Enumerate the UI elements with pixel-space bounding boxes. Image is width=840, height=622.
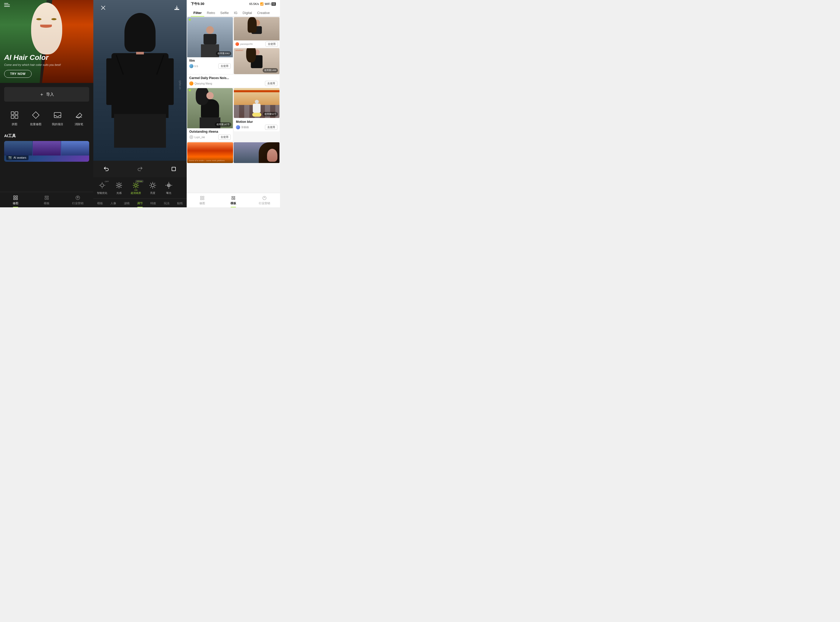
- film-use-button[interactable]: 去使用: [218, 64, 231, 69]
- film-author-name: b b: [194, 65, 198, 68]
- svg-point-15: [101, 184, 104, 187]
- hero-text-overlay: AI Hair Color Come and try which hair co…: [4, 53, 89, 78]
- film-author-row: b b 去使用: [189, 64, 231, 69]
- film-avatar: [189, 64, 193, 68]
- outstanding-avatar: [189, 135, 193, 139]
- svg-rect-1: [15, 112, 18, 114]
- svg-rect-52: [200, 196, 202, 198]
- undo-button[interactable]: [101, 164, 111, 174]
- p2-nav-adjust[interactable]: 调节: [133, 199, 147, 207]
- tool-light[interactable]: 光感: [111, 180, 127, 196]
- tool-exposure[interactable]: 曝光: [161, 180, 177, 196]
- motion-author: 张杨杨: [236, 125, 249, 129]
- p3-right-col-1: yaoxiopcrh5 去使用 MIMRAT.: [234, 17, 279, 74]
- p3-nav-template[interactable]: 模板: [218, 193, 249, 207]
- close-button[interactable]: [99, 3, 108, 12]
- p1-nav-edit[interactable]: 修图: [0, 192, 31, 207]
- tool-hd-label: 超清画质: [131, 191, 141, 195]
- status-icons: 65.5K/s 📶 WiFi 66: [249, 2, 276, 6]
- p2-nav-filter[interactable]: 滤镜: [120, 199, 133, 207]
- svg-line-25: [117, 183, 118, 184]
- tool-projects[interactable]: 我的项目: [52, 110, 63, 126]
- p1-nav-edit-indicator: [13, 207, 18, 207]
- film-thumb: 使用量2062: [187, 17, 233, 57]
- p2-nav-effect[interactable]: 特效: [147, 199, 160, 207]
- outstanding-dot: [189, 89, 191, 91]
- card-outstanding: 使用量147千 Outstanding #leena Luyn_nie 去使用: [187, 88, 233, 141]
- ai-banner-label: 📷 AI avatars: [6, 155, 29, 160]
- tool-batch-label: 批量修图: [30, 122, 41, 126]
- p2-header: [93, 0, 187, 15]
- import-button[interactable]: ＋ 导入: [4, 87, 89, 102]
- network-speed: 65.5K/s: [249, 2, 259, 5]
- p3-nav-edit[interactable]: 修图: [187, 193, 218, 207]
- motion-avatar: [236, 125, 240, 129]
- svg-point-29: [134, 184, 137, 186]
- svg-line-45: [150, 187, 151, 188]
- svg-rect-7: [14, 196, 15, 198]
- p3-nav-marketing[interactable]: 行业营销: [249, 193, 280, 207]
- svg-line-26: [121, 187, 121, 188]
- tool-smart-optimize[interactable]: OFF 智能优化: [93, 180, 111, 196]
- menu-button[interactable]: [4, 3, 10, 7]
- p1-nav-marketing[interactable]: 行业营销: [62, 192, 93, 207]
- svg-point-38: [151, 184, 154, 187]
- carmel-use-button[interactable]: 去使用: [265, 81, 277, 86]
- p2-nav-adjust-indicator: [137, 207, 143, 207]
- yaoxio-use-button[interactable]: 去使用: [266, 41, 278, 47]
- tool-batch[interactable]: 批量修图: [30, 110, 41, 126]
- p2-tools-scroll: OFF 智能优化 光感 ⊙Free ON 超清画质 亮: [93, 177, 187, 198]
- ai-images: [4, 141, 89, 156]
- p2-nav-filter-label: 滤镜: [124, 201, 130, 205]
- svg-rect-8: [16, 196, 18, 198]
- extra-thumb: [234, 142, 279, 163]
- tool-hd[interactable]: ⊙Free ON 超清画质: [127, 180, 145, 196]
- motion-use-button[interactable]: 去使用: [265, 125, 277, 130]
- sunset-text: Some of a smile— some mots pétillons.: [189, 159, 225, 162]
- svg-marker-4: [32, 112, 39, 119]
- tool-brightness[interactable]: 亮度: [145, 180, 161, 196]
- outstanding-usage: 使用量147千: [215, 122, 231, 127]
- p2-nav-portrait[interactable]: 人像: [107, 199, 120, 207]
- p1-nav-template[interactable]: 模板: [31, 192, 62, 207]
- p3-filter-tabs: Filter Retro Selfie IG Digital Creative: [187, 8, 280, 17]
- tab-ig[interactable]: IG: [231, 9, 240, 16]
- motion-thumb: 使用量52千: [234, 88, 279, 118]
- tool-state-off: OFF: [105, 180, 109, 183]
- p3-row-1: 使用量2062 film b b 去使用: [187, 17, 280, 74]
- tab-digital[interactable]: Digital: [240, 9, 255, 16]
- crop-button[interactable]: [168, 164, 179, 174]
- tab-filter[interactable]: Filter: [191, 9, 204, 16]
- svg-point-56: [263, 196, 266, 200]
- svg-rect-5: [54, 113, 61, 118]
- tab-retro[interactable]: Retro: [204, 9, 218, 16]
- film-title: film: [189, 59, 231, 63]
- p3-row-3: Some of a smile— some mots pétillons.: [187, 142, 279, 163]
- tool-collage[interactable]: 拼图: [9, 110, 20, 126]
- tab-creative[interactable]: Creative: [255, 9, 272, 16]
- ai-banner[interactable]: 📷 AI avatars: [4, 141, 89, 162]
- woman-figure: [111, 13, 168, 148]
- panel-home: AI Hair Color Come and try which hair co…: [0, 0, 93, 207]
- hero-banner: AI Hair Color Come and try which hair co…: [0, 0, 93, 83]
- tool-eraser[interactable]: 消除笔: [73, 110, 84, 126]
- tool-brightness-label: 亮度: [150, 191, 155, 195]
- brand-label: MIMRAT.: [235, 49, 244, 52]
- camera-icon: 📷: [8, 156, 12, 159]
- redo-button[interactable]: [135, 164, 145, 174]
- p2-nav-template[interactable]: 模板: [93, 199, 107, 207]
- svg-rect-14: [172, 167, 176, 171]
- outstanding-author-row: Luyn_nie 去使用: [189, 134, 231, 140]
- try-now-button[interactable]: TRY NOW: [4, 70, 32, 78]
- p2-nav-play[interactable]: 玩法: [160, 199, 173, 207]
- download-button[interactable]: [172, 3, 182, 12]
- tool-collage-label: 拼图: [12, 122, 17, 126]
- ai-section-title: AI工具: [4, 133, 89, 139]
- tab-selfie[interactable]: Selfie: [218, 9, 232, 16]
- p2-nav-sticker[interactable]: 贴纸: [173, 199, 187, 207]
- status-time: 下午5:30: [191, 2, 204, 6]
- svg-rect-2: [11, 116, 14, 119]
- light-icon: [115, 181, 124, 190]
- outstanding-use-button[interactable]: 去使用: [218, 134, 231, 140]
- tool-eraser-label: 消除笔: [75, 122, 83, 126]
